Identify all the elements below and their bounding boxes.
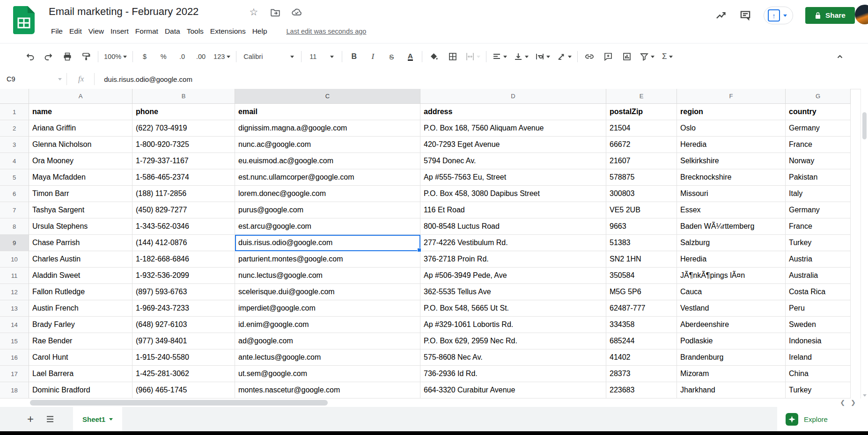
cell-G14[interactable]: Sweden — [786, 317, 851, 333]
font-family-select[interactable]: Calibri — [241, 50, 297, 64]
cell-D6[interactable]: P.O. Box 458, 3080 Dapibus Street — [420, 186, 606, 202]
share-button[interactable]: Share — [805, 7, 855, 24]
cell-C15[interactable]: ad@google.com — [235, 333, 420, 349]
cell-A7[interactable]: Tashya Sargent — [29, 202, 132, 218]
cell-F16[interactable]: Brandenburg — [677, 349, 786, 366]
cell-E8[interactable]: 9663 — [606, 218, 677, 235]
cell-A5[interactable]: Maya Mcfadden — [29, 169, 132, 186]
cell-F18[interactable]: Jharkhand — [677, 382, 786, 399]
cell-C4[interactable]: eu.euismod.ac@google.com — [235, 153, 420, 169]
text-rotation-button[interactable] — [555, 50, 573, 64]
cell-B11[interactable]: 1-932-536-2099 — [132, 268, 235, 284]
strikethrough-button[interactable]: S — [384, 50, 399, 64]
menu-format[interactable]: Format — [132, 25, 162, 37]
italic-button[interactable]: I — [365, 50, 380, 64]
insert-comment-button[interactable] — [601, 50, 616, 64]
cell-E6[interactable]: 300803 — [606, 186, 677, 202]
cloud-saved-icon[interactable] — [291, 7, 302, 18]
last-edit-link[interactable]: Last edit was seconds ago — [287, 28, 367, 35]
cell-G12[interactable]: Costa Rica — [786, 284, 851, 300]
cell-F12[interactable]: Cauca — [677, 284, 786, 300]
cell-B4[interactable]: 1-729-337-1167 — [132, 153, 235, 169]
scroll-left-arrow[interactable]: ❮ — [840, 399, 845, 406]
row-header-12[interactable]: 12 — [0, 284, 29, 300]
activity-trend-icon[interactable] — [715, 9, 727, 22]
menu-help[interactable]: Help — [249, 25, 271, 37]
paint-format-button[interactable] — [79, 50, 94, 64]
cell-D7[interactable]: 116 Et Road — [420, 202, 606, 218]
row-header-4[interactable]: 4 — [0, 153, 29, 169]
cell-E15[interactable]: 685244 — [606, 333, 677, 349]
cell-E14[interactable]: 334358 — [606, 317, 677, 333]
cell-D13[interactable]: P.O. Box 548, 5665 Ut St. — [420, 300, 606, 317]
cell-E3[interactable]: 66672 — [606, 137, 677, 153]
add-sheet-button[interactable]: + — [27, 413, 34, 425]
cell-C6[interactable]: lorem.donec@google.com — [235, 186, 420, 202]
cell-B17[interactable]: 1-425-281-3062 — [132, 366, 235, 382]
cell-B7[interactable]: (450) 829-7277 — [132, 202, 235, 218]
cell-A3[interactable]: Glenna Nicholson — [29, 137, 132, 153]
vertical-scrollbar-thumb[interactable] — [862, 112, 867, 139]
cell-G6[interactable]: Italy — [786, 186, 851, 202]
cell-F2[interactable]: Oslo — [677, 120, 786, 137]
row-header-1[interactable]: 1 — [0, 104, 29, 120]
scroll-right-arrow[interactable]: ❯ — [851, 399, 856, 406]
sheets-logo-icon[interactable] — [13, 6, 35, 34]
print-button[interactable] — [60, 50, 75, 64]
cell-E16[interactable]: 41402 — [606, 349, 677, 366]
name-box[interactable]: C9 — [0, 75, 66, 83]
scroll-down-arrow[interactable] — [863, 394, 867, 397]
cell-E17[interactable]: 28373 — [606, 366, 677, 382]
cell-B18[interactable]: (966) 465-1745 — [132, 382, 235, 399]
cell-B1[interactable]: phone — [132, 104, 235, 120]
cell-A16[interactable]: Carol Hunt — [29, 349, 132, 366]
cell-F7[interactable]: Essex — [677, 202, 786, 218]
cell-G7[interactable]: Germany — [786, 202, 851, 218]
row-header-10[interactable]: 10 — [0, 251, 29, 268]
cell-D17[interactable]: 736-2936 Id Rd. — [420, 366, 606, 382]
cell-C11[interactable]: nunc.lectus@google.com — [235, 268, 420, 284]
cell-A1[interactable]: name — [29, 104, 132, 120]
cell-B6[interactable]: (188) 117-2856 — [132, 186, 235, 202]
column-header-B[interactable]: B — [132, 89, 235, 104]
fill-handle[interactable] — [417, 248, 421, 252]
cell-E9[interactable]: 51383 — [606, 235, 677, 251]
cell-F5[interactable]: Brecknockshire — [677, 169, 786, 186]
cell-G9[interactable]: Turkey — [786, 235, 851, 251]
cell-F11[interactable]: JÃ¶nkÃ¶pings lÃ¤n — [677, 268, 786, 284]
row-header-18[interactable]: 18 — [0, 382, 29, 399]
row-header-9[interactable]: 9 — [0, 235, 29, 251]
create-filter-button[interactable] — [638, 50, 656, 64]
cell-F9[interactable]: Salzburg — [677, 235, 786, 251]
cell-C1[interactable]: email — [235, 104, 420, 120]
cell-B13[interactable]: 1-969-243-7233 — [132, 300, 235, 317]
row-header-2[interactable]: 2 — [0, 120, 29, 137]
vertical-scrollbar[interactable] — [861, 89, 868, 399]
cell-C3[interactable]: nunc.ac@google.com — [235, 137, 420, 153]
cell-F17[interactable]: Mizoram — [677, 366, 786, 382]
cell-F4[interactable]: Selkirkshire — [677, 153, 786, 169]
document-title[interactable]: Email marketing - February 2022 — [49, 6, 199, 18]
menu-edit[interactable]: Edit — [66, 25, 85, 37]
account-avatar[interactable] — [855, 5, 868, 24]
cell-A4[interactable]: Ora Mooney — [29, 153, 132, 169]
cell-C14[interactable]: id.enim@google.com — [235, 317, 420, 333]
insert-link-button[interactable] — [582, 50, 597, 64]
cell-D4[interactable]: 5794 Donec Av. — [420, 153, 606, 169]
cell-G8[interactable]: France — [786, 218, 851, 235]
row-header-11[interactable]: 11 — [0, 268, 29, 284]
cell-E18[interactable]: 223683 — [606, 382, 677, 399]
present-dropdown-caret[interactable] — [783, 14, 787, 17]
cell-A2[interactable]: Ariana Griffin — [29, 120, 132, 137]
menu-extensions[interactable]: Extensions — [207, 25, 249, 37]
cell-C5[interactable]: est.nunc.ullamcorper@google.com — [235, 169, 420, 186]
cell-D9[interactable]: 277-4226 Vestibulum Rd. — [420, 235, 606, 251]
cell-C13[interactable]: imperdiet@google.com — [235, 300, 420, 317]
cell-C2[interactable]: dignissim.magna.a@google.com — [235, 120, 420, 137]
cell-D1[interactable]: address — [420, 104, 606, 120]
cell-C17[interactable]: ut.sem@google.com — [235, 366, 420, 382]
cell-D12[interactable]: 362-5535 Tellus Ave — [420, 284, 606, 300]
menu-data[interactable]: Data — [162, 25, 184, 37]
cell-E2[interactable]: 21504 — [606, 120, 677, 137]
cell-C9[interactable]: duis.risus.odio@google.com — [235, 235, 420, 251]
